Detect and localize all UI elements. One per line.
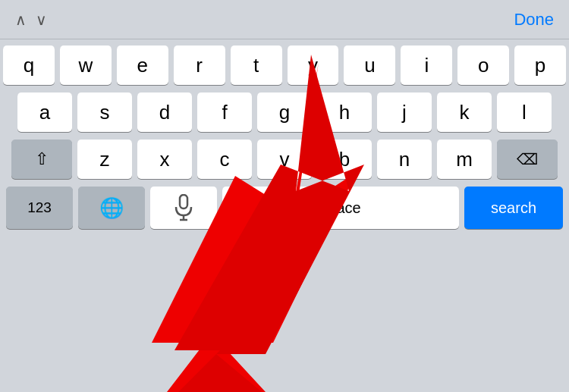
key-r[interactable]: r bbox=[174, 45, 225, 85]
key-j[interactable]: j bbox=[377, 93, 432, 132]
key-c[interactable]: c bbox=[197, 140, 252, 179]
key-f[interactable]: f bbox=[197, 93, 252, 132]
key-g[interactable]: g bbox=[257, 93, 312, 132]
nav-down-button[interactable]: ∨ bbox=[36, 11, 47, 29]
key-row-3: ⇧ z x c v b n m ⌫ bbox=[3, 140, 566, 179]
key-v[interactable]: v bbox=[257, 140, 312, 179]
key-q[interactable]: q bbox=[3, 45, 55, 85]
search-key[interactable]: search bbox=[464, 187, 563, 229]
key-w[interactable]: w bbox=[60, 45, 112, 85]
key-m[interactable]: m bbox=[437, 140, 492, 179]
key-a[interactable]: a bbox=[17, 93, 72, 132]
key-p[interactable]: p bbox=[514, 45, 566, 85]
key-o[interactable]: o bbox=[457, 45, 509, 85]
globe-key[interactable]: 🌐 bbox=[78, 187, 145, 229]
key-k[interactable]: k bbox=[437, 93, 492, 132]
key-e[interactable]: e bbox=[117, 45, 168, 85]
key-x[interactable]: x bbox=[137, 140, 192, 179]
delete-icon: ⌫ bbox=[517, 150, 538, 168]
space-key[interactable]: space bbox=[222, 187, 459, 229]
keyboard: q w e r t y u i o p a s d f g h j k l ⇧ … bbox=[0, 39, 569, 232]
key-b[interactable]: b bbox=[317, 140, 372, 179]
mic-key[interactable] bbox=[150, 187, 217, 229]
shift-icon: ⇧ bbox=[35, 149, 49, 169]
toolbar-nav: ∧ ∨ bbox=[15, 11, 47, 29]
key-n[interactable]: n bbox=[377, 140, 432, 179]
key-s[interactable]: s bbox=[77, 93, 132, 132]
key-row-2: a s d f g h j k l bbox=[3, 93, 566, 132]
globe-icon: 🌐 bbox=[99, 196, 124, 220]
toolbar: ∧ ∨ Done bbox=[0, 0, 569, 39]
key-i[interactable]: i bbox=[401, 45, 452, 85]
key-l[interactable]: l bbox=[497, 93, 552, 132]
key-row-bottom: 123 🌐 space search bbox=[3, 187, 566, 229]
delete-key[interactable]: ⌫ bbox=[497, 140, 558, 179]
done-button[interactable]: Done bbox=[514, 10, 554, 30]
svg-rect-2 bbox=[180, 195, 187, 209]
mic-icon bbox=[173, 194, 194, 221]
key-d[interactable]: d bbox=[137, 93, 192, 132]
key-y[interactable]: y bbox=[288, 45, 339, 85]
key-row-1: q w e r t y u i o p bbox=[3, 45, 566, 85]
key-u[interactable]: u bbox=[344, 45, 395, 85]
nav-up-button[interactable]: ∧ bbox=[15, 11, 27, 29]
key-t[interactable]: t bbox=[231, 45, 282, 85]
key-h[interactable]: h bbox=[317, 93, 372, 132]
key-z[interactable]: z bbox=[77, 140, 132, 179]
numbers-key[interactable]: 123 bbox=[6, 187, 73, 229]
shift-key[interactable]: ⇧ bbox=[11, 140, 72, 179]
